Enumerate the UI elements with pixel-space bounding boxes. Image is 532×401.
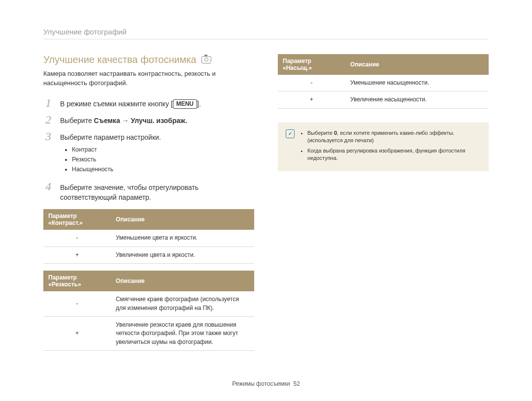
page-footer: Режимы фотосъемки 52 [0, 380, 532, 387]
content-columns: Улучшение качества фотоснимка Камера поз… [43, 54, 489, 351]
th-desc: Описание [345, 54, 489, 75]
note-item: Выберите 0, если хотите применить какие-… [307, 129, 481, 145]
page-header: Улучшение фотографий [43, 28, 489, 36]
step-text-post: ]. [197, 100, 201, 108]
menu-button-label: MENU [173, 99, 197, 109]
step-body: Выберите значение, чтобы отрегулировать … [60, 181, 254, 203]
note-icon: ✓ [286, 129, 295, 138]
cell-symbol: + [278, 92, 345, 108]
cell-desc: Увеличение насыщенности. [345, 92, 489, 108]
step-bullets: Контраст Резкость Насыщенность [60, 146, 254, 174]
bullet-item: Контраст [72, 146, 254, 154]
step-text-pre: В режиме съемки нажмите кнопку [ [60, 100, 173, 108]
step-text: Выберите параметр настройки. [60, 133, 161, 141]
step-text-bold: Съемка → Улучш. изображ. [94, 117, 187, 124]
step-text-pre: Выберите [60, 117, 94, 124]
section-title-text: Улучшение качества фотоснимка [43, 54, 197, 65]
cell-symbol: + [43, 317, 111, 351]
step-3: 3 Выберите параметр настройки. Контраст … [43, 130, 254, 175]
step-number: 1 [43, 97, 53, 109]
cell-symbol: - [43, 230, 111, 247]
note-pre: Выберите [307, 130, 334, 136]
cell-desc: Увеличение резкости краев для повышения … [111, 317, 254, 351]
section-intro: Камера позволяет настраивать контрастнос… [43, 69, 254, 88]
th-param: Параметр «Насыщ.» [278, 54, 345, 75]
table-row: - Смягчение краев фотографии (использует… [43, 291, 254, 316]
cell-symbol: - [43, 291, 111, 316]
right-column: Параметр «Насыщ.» Описание - Уменьшение … [278, 54, 489, 351]
cell-symbol: + [43, 247, 111, 263]
cell-symbol: - [278, 75, 345, 92]
th-desc: Описание [111, 209, 254, 230]
table-sharpness: Параметр «Резкость» Описание - Смягчение… [43, 271, 254, 351]
step-body: В режиме съемки нажмите кнопку [MENU]. [60, 97, 254, 109]
cell-desc: Уменьшение насыщенности. [345, 75, 489, 92]
section-title: Улучшение качества фотоснимка [43, 54, 254, 65]
table-row: + Увеличение насыщенности. [278, 92, 489, 108]
left-column: Улучшение качества фотоснимка Камера поз… [43, 54, 254, 351]
bullet-item: Насыщенность [72, 165, 254, 174]
step-number: 3 [43, 130, 53, 142]
step-1: 1 В режиме съемки нажмите кнопку [MENU]. [43, 97, 254, 109]
cell-desc: Уменьшение цвета и яркости. [111, 230, 254, 247]
note-item: Когда выбрана регулировка изображения, ф… [307, 147, 481, 162]
step-body: Выберите Съемка → Улучш. изображ. [60, 114, 254, 125]
th-desc: Описание [111, 271, 254, 291]
cell-desc: Увеличение цвета и яркости. [111, 247, 254, 263]
step-text: Выберите значение, чтобы отрегулировать … [60, 184, 199, 201]
step-number: 2 [43, 114, 53, 125]
table-contrast: Параметр «Контраст.» Описание - Уменьшен… [43, 209, 254, 264]
divider [43, 39, 489, 39]
th-param: Параметр «Контраст.» [43, 209, 111, 230]
step-4: 4 Выберите значение, чтобы отрегулироват… [43, 181, 254, 203]
step-2: 2 Выберите Съемка → Улучш. изображ. [43, 114, 254, 125]
bullet-item: Резкость [72, 155, 254, 164]
table-row: - Уменьшение цвета и яркости. [43, 230, 254, 247]
table-row: + Увеличение цвета и яркости. [43, 247, 254, 263]
table-saturation: Параметр «Насыщ.» Описание - Уменьшение … [278, 54, 489, 109]
note-list: Выберите 0, если хотите применить какие-… [300, 129, 481, 165]
note-box: ✓ Выберите 0, если хотите применить каки… [278, 123, 489, 172]
step-number: 4 [43, 181, 53, 192]
cell-desc: Смягчение краев фотографии (используется… [111, 291, 254, 316]
step-body: Выберите параметр настройки. Контраст Ре… [60, 130, 254, 175]
table-row: - Уменьшение насыщенности. [278, 75, 489, 92]
footer-page: 52 [293, 380, 299, 387]
th-param: Параметр «Резкость» [43, 271, 111, 291]
steps-list: 1 В режиме съемки нажмите кнопку [MENU].… [43, 97, 254, 203]
camera-icon [201, 56, 211, 63]
footer-text: Режимы фотосъемки [232, 380, 290, 387]
table-row: + Увеличение резкости краев для повышени… [43, 317, 254, 351]
